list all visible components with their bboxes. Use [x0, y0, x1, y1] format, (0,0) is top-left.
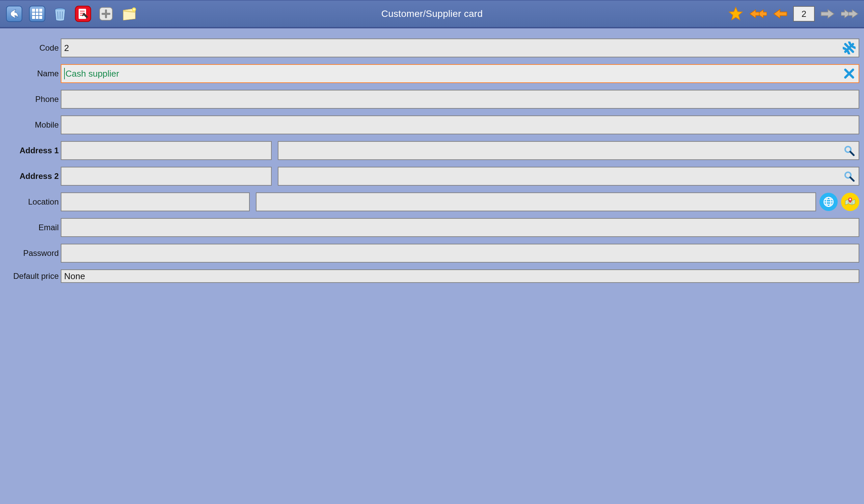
- record-number: 2: [802, 9, 806, 19]
- new-card-button[interactable]: [119, 4, 139, 23]
- first-record-button[interactable]: [748, 4, 767, 23]
- name-value: Cash supplier: [65, 69, 119, 79]
- svg-rect-2: [32, 9, 42, 19]
- label-phone: Phone: [5, 95, 61, 104]
- search-address2-icon[interactable]: [842, 169, 856, 184]
- address2b-field[interactable]: [278, 167, 859, 186]
- clear-name-icon[interactable]: [842, 66, 856, 81]
- row-default-price: Default price None: [5, 269, 859, 283]
- row-mobile: Mobile: [5, 116, 859, 134]
- next-record-button[interactable]: [818, 4, 837, 23]
- label-email: Email: [5, 223, 61, 232]
- prev-record-button[interactable]: [771, 4, 790, 23]
- row-password: Password: [5, 244, 859, 263]
- password-field[interactable]: [61, 244, 859, 263]
- last-record-button[interactable]: [840, 4, 859, 23]
- label-code: Code: [5, 43, 61, 53]
- label-mobile: Mobile: [5, 120, 61, 130]
- svg-point-20: [133, 9, 135, 11]
- svg-point-32: [849, 199, 851, 200]
- favorite-button[interactable]: [726, 4, 745, 23]
- email-field[interactable]: [61, 218, 859, 237]
- clear-code-icon[interactable]: [842, 40, 856, 55]
- page-title: Customer/Supplier card: [381, 9, 483, 19]
- row-address1: Address 1: [5, 141, 859, 160]
- row-phone: Phone: [5, 90, 859, 109]
- address2a-field[interactable]: [61, 167, 272, 186]
- code-value: 2: [64, 43, 69, 53]
- back-button[interactable]: [5, 4, 24, 23]
- text-caret: [64, 68, 65, 79]
- svg-line-24: [850, 177, 853, 181]
- address1a-field[interactable]: [61, 141, 272, 160]
- toolbar: Customer/Supplier card 2: [0, 0, 864, 28]
- label-address2: Address 2: [5, 171, 61, 181]
- map-button[interactable]: [841, 193, 859, 211]
- row-location: Location: [5, 192, 859, 211]
- address1b-field[interactable]: [278, 141, 859, 160]
- svg-rect-18: [101, 13, 110, 15]
- label-name: Name: [5, 69, 61, 78]
- form-area: Code 2 Name Cash supplier Phone: [0, 28, 864, 504]
- search-address1-icon[interactable]: [842, 143, 856, 158]
- code-field[interactable]: 2: [61, 38, 859, 57]
- record-number-box[interactable]: 2: [793, 6, 815, 22]
- label-location: Location: [5, 197, 61, 207]
- default-price-value: None: [64, 271, 85, 281]
- name-field[interactable]: Cash supplier: [61, 64, 859, 83]
- default-price-field[interactable]: None: [61, 269, 859, 283]
- row-address2: Address 2: [5, 167, 859, 186]
- globe-button[interactable]: [819, 193, 838, 211]
- svg-line-22: [850, 152, 853, 155]
- location-b-field[interactable]: [256, 192, 816, 211]
- phone-field[interactable]: [61, 90, 859, 109]
- label-address1: Address 1: [5, 146, 61, 155]
- row-code: Code 2: [5, 38, 859, 57]
- mobile-field[interactable]: [61, 116, 859, 134]
- label-default-price: Default price: [5, 272, 61, 281]
- location-a-field[interactable]: [61, 192, 250, 211]
- grid-button[interactable]: [28, 4, 47, 23]
- delete-button[interactable]: [51, 4, 70, 23]
- label-password: Password: [5, 249, 61, 258]
- edit-button[interactable]: [74, 4, 93, 23]
- row-name: Name Cash supplier: [5, 64, 859, 83]
- row-email: Email: [5, 218, 859, 237]
- toolbar-nav: 2: [726, 4, 859, 23]
- add-button[interactable]: [97, 4, 116, 23]
